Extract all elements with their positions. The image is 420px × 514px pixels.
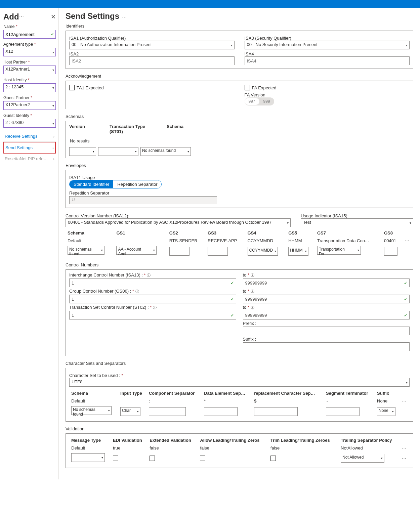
ext-checkbox[interactable] [150,456,155,461]
version-select[interactable]: ▾ [69,147,96,156]
edi-checkbox[interactable] [113,456,118,461]
schema-select[interactable]: No schemas found▾ [71,406,112,415]
nav-send-settings[interactable]: Send Settings › [3,142,56,154]
check-icon: ✓ [230,313,234,318]
rep-sep-label: Repetition Separator [69,190,410,196]
env-box: ISA11 Usage Standard Identifier Repetiti… [66,170,413,208]
validation-table: Message TypeEDI Validation Extended Vali… [69,436,410,464]
txn-select[interactable]: ▾ [98,147,138,156]
chevron-down-icon: ▾ [406,43,408,47]
guest-identity-select[interactable]: 2 : 67890 [3,119,56,128]
trail-select[interactable]: Not Allowed▾ [341,454,384,463]
info-icon[interactable]: ⓘ [147,273,151,277]
lead-checkbox[interactable] [200,456,205,461]
icn-label: Interchange Control Number (ISA13) : [69,272,143,277]
type-select[interactable]: X12 [3,48,56,56]
table-row: Default :* $~ None ⋯ [69,397,410,405]
host-identity-select[interactable]: 2 : 12345 [3,83,56,92]
tscn-from-input[interactable] [69,311,236,319]
nav-label: Send Settings [5,145,33,150]
icn-to-input[interactable] [243,279,410,287]
nav-rosettanet[interactable]: RosettaNet PIP references › [3,154,56,164]
gs5-select[interactable]: HHMM▾ [288,247,308,256]
identifiers-box: ISA1 (Authorization Qualifier) 00 - No A… [66,31,413,69]
isa3-select[interactable]: 00 - No Security Information Present▾ [245,41,410,49]
row-menu-icon[interactable]: ⋯ [402,456,407,461]
nav-receive-settings[interactable]: Receive Settings › [3,131,56,142]
fa-checkbox[interactable] [245,85,250,90]
tscn-label: Transaction Set Control Number (ST02) : [69,305,149,310]
comp-sep-input[interactable] [149,407,186,416]
input-type-select[interactable]: Char▾ [120,407,140,416]
validation-box: Message TypeEDI Validation Extended Vali… [66,433,413,468]
suffix-label: Suffix : [243,337,410,342]
trim-checkbox[interactable] [270,456,276,461]
isa1-select[interactable]: 00 - No Authorization Information Presen… [69,41,235,49]
more-icon[interactable]: ⋯ [122,14,127,20]
info-icon[interactable]: ⓘ [135,289,139,293]
ta1-checkbox[interactable] [69,85,75,90]
more-icon[interactable]: ⋯ [19,14,24,19]
schema-select[interactable]: No schemas found▾ [140,147,191,156]
schemas-box: Version Transaction Type (ST01) Schema N… [66,121,413,158]
table-row: Defaulttrue falsefalse falseNotAllowed ⋯ [69,444,410,452]
gs1-select[interactable]: AA - Account Anal…▾ [116,246,157,255]
check-icon: ✓ [51,32,54,37]
charset-box: Character Set to be used : * UTF8▾ Schem… [66,368,413,422]
data-sep-input[interactable] [204,407,238,416]
host-partner-select[interactable]: X12Partner1 [3,66,56,74]
info-icon[interactable]: ⓘ [251,289,254,293]
gcn-from-input[interactable] [69,295,236,303]
pill-standard-id[interactable]: Standard Identifier [70,180,113,188]
guest-partner-select[interactable]: X12Partner2 [3,101,56,110]
chevron-right-icon: › [53,134,54,138]
prefix-input[interactable] [243,327,410,335]
gs2-input[interactable] [169,247,190,256]
schemas-title: Schemas [66,114,413,119]
table-row-edit: No schemas found▾ AA - Account Anal…▾ CC… [66,245,413,258]
cvn-select[interactable]: 00401 - Standards Approved for Publicati… [66,218,291,227]
info-icon[interactable]: ⓘ [251,273,254,277]
col-gs2: GS2 [167,229,206,237]
pill-rep-sep[interactable]: Repetition Separator [113,180,161,188]
gs7-select[interactable]: Transportation Da…▾ [317,246,361,255]
gs8-input[interactable] [384,247,397,256]
close-icon[interactable]: ✕ [51,13,56,20]
cs-select[interactable]: UTF8▾ [69,378,410,387]
guest-partner-label: Guest Partner [3,95,56,100]
col-txn: Transaction Type (ST01) [110,124,157,134]
seg-term-input[interactable] [326,407,360,416]
isa11-toggle[interactable]: Standard Identifier Repetition Separator [69,180,162,188]
info-icon[interactable]: ⓘ [251,305,254,309]
fa-version-toggle[interactable]: 997 999 [245,97,274,105]
chevron-right-icon: › [53,157,54,161]
row-menu-icon[interactable]: ⋯ [405,238,410,243]
icn-from-input[interactable] [69,279,236,287]
tscn-to-input[interactable] [243,311,410,319]
suffix-select[interactable]: None▾ [377,407,395,416]
gcn-to-input[interactable] [243,295,410,303]
usage-select[interactable]: Test▾ [301,218,413,227]
repl-sep-input[interactable] [254,407,298,416]
to-label: to [243,289,247,294]
toggle-997[interactable]: 997 [245,98,259,105]
info-icon[interactable]: ⓘ [153,305,157,309]
name-input[interactable] [3,30,56,39]
toggle-999[interactable]: 999 [259,98,274,105]
isa3-label: ISA3 (Security Qualifier) [245,36,410,41]
envelope-table: Schema GS1 GS2 GS3 GS4 GS5 GS7 GS8 Defau… [66,229,413,258]
row-menu-icon[interactable]: ⋯ [402,445,407,451]
host-partner-label: Host Partner [3,60,56,65]
gs4-select[interactable]: CCYYMMDD▾ [248,247,278,256]
chevron-right-icon: › [52,146,54,150]
msg-type-select[interactable]: ▾ [71,453,105,462]
col-schema: Schema [66,229,114,237]
schema-select[interactable]: No schemas found▾ [68,246,104,255]
isa4-input[interactable] [245,56,410,65]
isa2-input[interactable] [69,56,235,65]
suffix-input[interactable] [243,342,410,351]
to-label: to [243,305,247,310]
table-row: Default BTS-SENDERRECEIVE-APP CCYYMMDDHH… [66,237,413,245]
gs3-input[interactable] [208,247,228,256]
row-menu-icon[interactable]: ⋯ [402,398,407,403]
